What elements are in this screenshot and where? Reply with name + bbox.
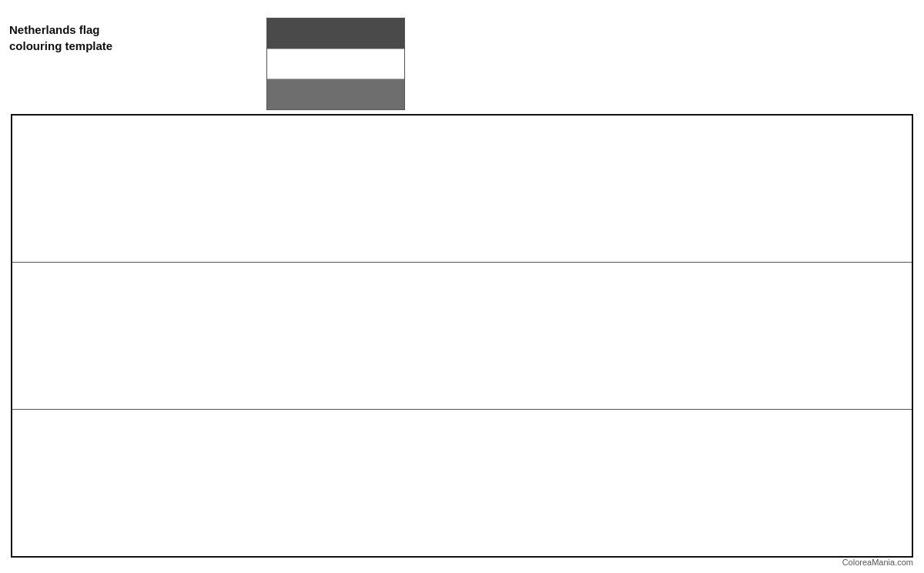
coloring-stripe-2 [12, 262, 912, 409]
coloring-stripe-3 [12, 409, 912, 556]
flag-stripe-bottom [267, 79, 404, 109]
flag-stripe-top [267, 18, 404, 49]
page-container: Netherlands flag colouring template Colo… [0, 0, 924, 573]
header-section: Netherlands flag colouring template [0, 0, 924, 118]
coloring-template [11, 114, 913, 558]
flag-stripe-middle [267, 49, 404, 80]
coloring-stripe-1 [12, 116, 912, 262]
watermark: ColorеaMania.com [842, 558, 913, 567]
title-line1: Netherlands flag [9, 23, 100, 36]
flag-thumbnail [266, 18, 405, 110]
title-line2: colouring template [9, 39, 112, 52]
page-title: Netherlands flag colouring template [9, 14, 112, 54]
